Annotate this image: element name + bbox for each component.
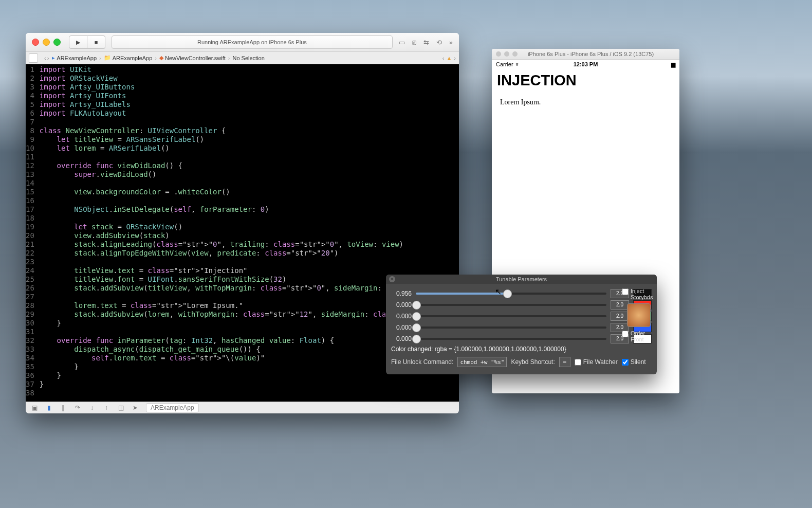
slider-row-3: 0.0002.0: [391, 322, 652, 333]
pause-icon[interactable]: ‖: [60, 404, 67, 411]
traffic-lights[interactable]: [26, 39, 61, 46]
slider-knob[interactable]: [412, 301, 421, 310]
crumb-project[interactable]: ARExampleApp: [57, 55, 97, 61]
slider-track[interactable]: [416, 304, 606, 306]
jump-back-icon[interactable]: ‹: [442, 55, 445, 61]
inject-storyboards-checkbox[interactable]: Inject Storybds: [622, 288, 652, 300]
slider-track[interactable]: [416, 338, 606, 340]
folder-icon: 📁: [104, 55, 111, 61]
simulator-title: iPhone 6s Plus - iPhone 6s Plus / iOS 9.…: [518, 51, 679, 57]
desktop: ▶ ■ Running ARExampleApp on iPhone 6s Pl…: [0, 0, 812, 508]
wifi-icon: ᯤ: [515, 61, 521, 67]
sim-close-icon[interactable]: [496, 51, 501, 57]
debug-bar[interactable]: ▣ ▮ ‖ ↷ ↓ ↑ ◫ ➤ ARExampleApp: [26, 402, 459, 413]
xcode-titlebar[interactable]: ▶ ■ Running ARExampleApp on iPhone 6s Pl…: [26, 33, 459, 52]
breakpoints-icon[interactable]: ▮: [45, 404, 52, 411]
jump-forward-icon[interactable]: ›: [454, 55, 456, 61]
slider-row-4: 0.0002.0: [391, 333, 652, 344]
battery-icon: ▆: [671, 61, 675, 67]
shortcut-key-input[interactable]: =: [559, 357, 570, 367]
forward-icon[interactable]: ›: [47, 55, 49, 61]
app-title-label: INJECTION: [497, 72, 674, 89]
image-well[interactable]: [627, 303, 651, 327]
step-over-icon[interactable]: ↷: [74, 404, 81, 411]
activity-status: Running ARExampleApp on iPhone 6s Plus: [112, 35, 393, 49]
crumb-file[interactable]: NewViewController.swift: [165, 55, 226, 61]
shortcut-label: Keybd Shortcut:: [511, 358, 555, 366]
panel-title-label: Tunable Parameters: [496, 276, 547, 282]
assistant-editor-icon[interactable]: ⇆: [423, 39, 429, 46]
slider-value: 0.000: [391, 324, 412, 331]
location-icon[interactable]: ➤: [132, 404, 139, 411]
run-button[interactable]: ▶: [69, 35, 87, 49]
slider-knob[interactable]: [412, 335, 421, 343]
slider-value: 0.000: [391, 301, 412, 309]
slider-knob[interactable]: [412, 323, 421, 332]
sim-minimize-icon[interactable]: [504, 51, 509, 57]
minimize-icon[interactable]: [43, 39, 50, 46]
stop-button[interactable]: ■: [87, 35, 105, 49]
screenshot-icon[interactable]: ⎚: [412, 39, 416, 46]
sim-zoom-icon[interactable]: [512, 51, 518, 57]
related-items-icon[interactable]: [29, 53, 38, 63]
slider-row-0: 0.9562.0: [391, 288, 652, 299]
view-debug-icon[interactable]: ◫: [117, 404, 124, 411]
unlock-command-input[interactable]: [457, 357, 507, 367]
slider-value: 0.000: [391, 335, 412, 342]
silent-checkbox[interactable]: Silent: [622, 358, 646, 366]
file-watcher-checkbox[interactable]: File Watcher: [575, 358, 618, 366]
simulator-titlebar[interactable]: iPhone 6s Plus - iPhone 6s Plus / iOS 9.…: [492, 49, 679, 60]
hide-debug-icon[interactable]: ▣: [31, 404, 38, 411]
back-icon[interactable]: ‹: [44, 55, 46, 61]
version-editor-icon[interactable]: ⟲: [436, 39, 442, 46]
tunable-parameters-panel[interactable]: ✕ Tunable Parameters 0.9562.00.0002.00.0…: [386, 275, 657, 374]
crumb-folder[interactable]: ARExampleApp: [113, 55, 153, 61]
line-gutter: 1 2 3 4 5 6 7 8 9 10 11 12 13 14 15 16 1…: [26, 64, 38, 402]
slider-row-2: 0.0002.0: [391, 311, 652, 322]
status-time: 12:03 PM: [556, 61, 615, 67]
warning-icon[interactable]: ▲: [446, 55, 452, 61]
overflow-icon[interactable]: »: [449, 39, 453, 46]
order-front-checkbox[interactable]: Order Front: [622, 330, 652, 342]
project-icon: ▸: [52, 55, 55, 61]
slider-track[interactable]: [416, 293, 606, 295]
app-subtitle-label: Lorem Ipsum.: [497, 98, 674, 106]
panel-close-icon[interactable]: ✕: [389, 276, 395, 282]
close-icon[interactable]: [32, 39, 39, 46]
ios-status-bar: Carrier ᯤ 12:03 PM ▆: [492, 60, 679, 69]
slider-row-1: 0.0002.0: [391, 299, 652, 311]
zoom-icon[interactable]: [53, 39, 61, 46]
debug-target[interactable]: ARExampleApp: [146, 403, 199, 412]
slider-knob[interactable]: [412, 312, 421, 321]
color-changed-message: Color changed: rgba = {1.000000,1.000000…: [386, 344, 657, 354]
panel-titlebar[interactable]: ✕ Tunable Parameters: [386, 275, 657, 284]
step-out-icon[interactable]: ↑: [103, 404, 110, 411]
crumb-selection[interactable]: No Selection: [232, 55, 264, 61]
jump-bar[interactable]: ‹› ▸ ARExampleApp › 📁 ARExampleApp › ◆ N…: [26, 52, 459, 64]
carrier-label: Carrier: [496, 61, 513, 67]
app-content: INJECTION Lorem Ipsum.: [492, 69, 679, 110]
unlock-label: File Unlock Command:: [391, 358, 453, 366]
step-in-icon[interactable]: ↓: [88, 404, 96, 411]
slider-knob[interactable]: [503, 289, 512, 298]
slider-rows: 0.9562.00.0002.00.0002.00.0002.00.0002.0: [386, 284, 657, 344]
slider-track[interactable]: [416, 326, 606, 329]
slider-value: 0.000: [391, 313, 412, 320]
swift-file-icon: ◆: [159, 55, 163, 61]
slider-track[interactable]: [416, 315, 606, 317]
slider-value: 0.956: [391, 290, 412, 297]
standard-editor-icon[interactable]: ▭: [399, 39, 405, 46]
